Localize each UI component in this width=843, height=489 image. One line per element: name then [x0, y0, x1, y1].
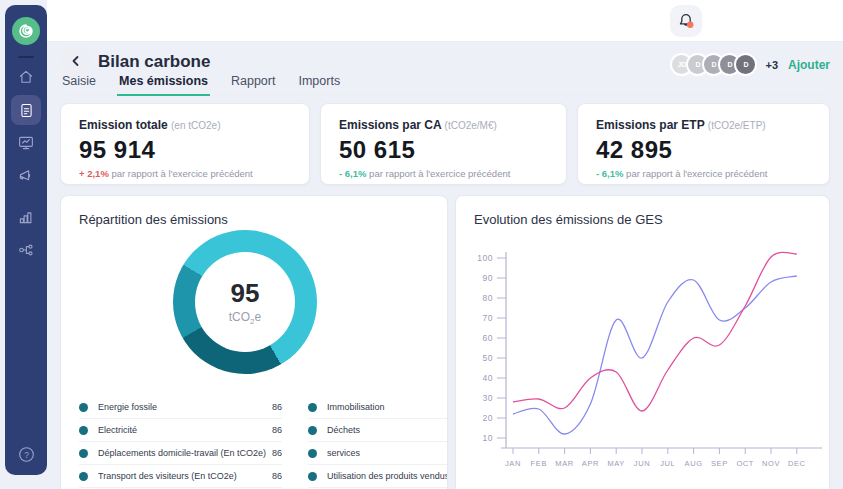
legend-label: services — [327, 448, 448, 458]
legend-dot-icon — [79, 449, 88, 458]
avatar[interactable]: D — [734, 53, 757, 76]
help-button[interactable]: ? — [13, 441, 39, 467]
legend-item[interactable]: services86 — [308, 442, 448, 465]
sidebar-item-megaphone[interactable] — [11, 161, 41, 191]
kpi-label: Emissions par ETP (tCO2e/ETP) — [596, 118, 811, 132]
sidebar-item-org-chart[interactable] — [11, 235, 41, 265]
x-tick-label: MAY — [607, 459, 625, 468]
legend-item[interactable]: Energie fossile86 — [79, 396, 282, 419]
donut-center-unit: tCO2e — [229, 310, 261, 326]
legend-value: 86 — [272, 425, 282, 435]
sidebar-nav — [5, 62, 47, 265]
tab-mes-missions[interactable]: Mes émissions — [117, 74, 210, 96]
y-tick-label: 10 — [483, 433, 493, 443]
y-tick-label: 70 — [483, 313, 493, 323]
x-tick-label: SEP — [711, 459, 728, 468]
legend-dot-icon — [308, 472, 317, 481]
emissions-breakdown-card: Répartition des émissions 95 tCO2e Energ… — [60, 195, 448, 489]
tab-imports[interactable]: Imports — [296, 74, 342, 95]
y-tick-label: 90 — [483, 273, 493, 283]
legend-value: 86 — [272, 448, 282, 458]
kpi-card: Emission totale (en tCO2e)95 914+ 2,1% p… — [60, 103, 310, 185]
legend-item[interactable]: Utilisation des produits vendus86 — [308, 465, 448, 488]
legend-dot-icon — [79, 472, 88, 481]
back-button[interactable] — [62, 47, 90, 75]
y-tick-label: 20 — [483, 413, 493, 423]
kpi-delta: - 6,1% par rapport à l'exercice précéden… — [596, 168, 811, 179]
kpi-unit: (tCO2e/M€) — [445, 120, 497, 131]
legend-item[interactable]: Electricité86 — [79, 419, 282, 442]
megaphone-icon — [17, 167, 35, 185]
legend-value: 86 — [272, 402, 282, 412]
help-icon: ? — [18, 446, 35, 463]
y-tick-label: 30 — [483, 393, 493, 403]
legend-label: Utilisation des produits vendus — [327, 471, 448, 481]
org-chart-icon — [17, 241, 35, 259]
app-window: ? Bilan carbone JDDDDD +3 Ajouter Saisie… — [0, 0, 843, 489]
y-tick-label: 60 — [483, 333, 493, 343]
x-tick-label: NOV — [762, 459, 780, 468]
app-logo[interactable] — [12, 17, 40, 45]
legend-dot-icon — [308, 449, 317, 458]
sidebar-item-home[interactable] — [11, 62, 41, 92]
y-tick-label: 50 — [483, 353, 493, 363]
main-content: Bilan carbone JDDDDD +3 Ajouter SaisieMe… — [47, 43, 843, 489]
donut-chart-title: Répartition des émissions — [79, 212, 228, 227]
kpi-delta: + 2,1% par rapport à l'exercice précéden… — [79, 168, 291, 179]
kpi-card: Emissions par ETP (tCO2e/ETP)42 895- 6,1… — [577, 103, 830, 185]
legend-value: 86 — [272, 471, 282, 481]
kpi-label: Emission totale (en tCO2e) — [79, 118, 291, 132]
page-title: Bilan carbone — [98, 52, 210, 72]
line-chart[interactable]: 100908070605040302010JANFEBMARAPRMAYJUNJ… — [456, 196, 830, 489]
document-icon — [18, 102, 35, 119]
legend-label: Déplacements domicile-travail (En tCO2e) — [98, 448, 266, 458]
x-tick-label: FEB — [531, 459, 547, 468]
add-member-link[interactable]: Ajouter — [788, 58, 830, 72]
donut-center: 95 tCO2e — [195, 252, 295, 352]
legend-dot-icon — [308, 426, 317, 435]
monitor-icon — [17, 134, 35, 152]
x-tick-label: DEC — [788, 459, 806, 468]
top-header — [47, 0, 843, 42]
sidebar-item-document[interactable] — [11, 95, 41, 125]
charts-row: Répartition des émissions 95 tCO2e Energ… — [60, 195, 830, 489]
notification-button[interactable] — [670, 5, 702, 37]
legend-item[interactable]: Déplacements domicile-travail (En tCO2e)… — [79, 442, 282, 465]
legend-item[interactable]: Transport des visiteurs (En tCO2e)86 — [79, 465, 282, 488]
kpi-value: 50 615 — [339, 136, 548, 164]
sidebar-item-bar-chart[interactable] — [11, 202, 41, 232]
kpi-delta: - 6,1% par rapport à l'exercice précéden… — [339, 168, 548, 179]
series-serie-violette — [513, 276, 797, 434]
y-tick-label: 100 — [477, 253, 493, 263]
legend-item[interactable]: Immobilisation86 — [308, 396, 448, 419]
x-tick-label: APR — [582, 459, 599, 468]
spiral-logo-icon — [15, 20, 37, 42]
x-tick-label: JAN — [505, 459, 521, 468]
x-tick-label: MAR — [555, 459, 573, 468]
notification-dot — [687, 22, 694, 29]
tab-saisie[interactable]: Saisie — [60, 74, 98, 95]
tab-rapport[interactable]: Rapport — [229, 74, 277, 95]
sidebar-item-monitor[interactable] — [11, 128, 41, 158]
avatar-group: JDDDDD — [670, 53, 757, 76]
legend-label: Transport des visiteurs (En tCO2e) — [98, 471, 266, 481]
legend-dot-icon — [79, 426, 88, 435]
y-tick-label: 40 — [483, 373, 493, 383]
bell-icon — [676, 11, 696, 31]
legend-dot-icon — [308, 403, 317, 412]
x-tick-label: OCT — [736, 459, 754, 468]
donut-chart[interactable]: 95 tCO2e — [173, 230, 317, 374]
team-section: JDDDDD +3 Ajouter — [670, 53, 830, 76]
tab-bar: SaisieMes émissionsRapportImports — [60, 74, 830, 96]
kpi-unit: (tCO2e/ETP) — [708, 120, 766, 131]
chevron-left-icon — [69, 54, 83, 68]
kpi-label: Emissions par CA (tCO2e/M€) — [339, 118, 548, 132]
donut-center-value: 95 — [231, 278, 260, 309]
legend-label: Electricité — [98, 425, 266, 435]
legend-item[interactable]: Déchets86 — [308, 419, 448, 442]
x-tick-label: JUN — [634, 459, 650, 468]
avatar-overflow-count: +3 — [765, 59, 778, 71]
kpi-value: 95 914 — [79, 136, 291, 164]
y-tick-label: 80 — [483, 293, 493, 303]
kpi-value: 42 895 — [596, 136, 811, 164]
